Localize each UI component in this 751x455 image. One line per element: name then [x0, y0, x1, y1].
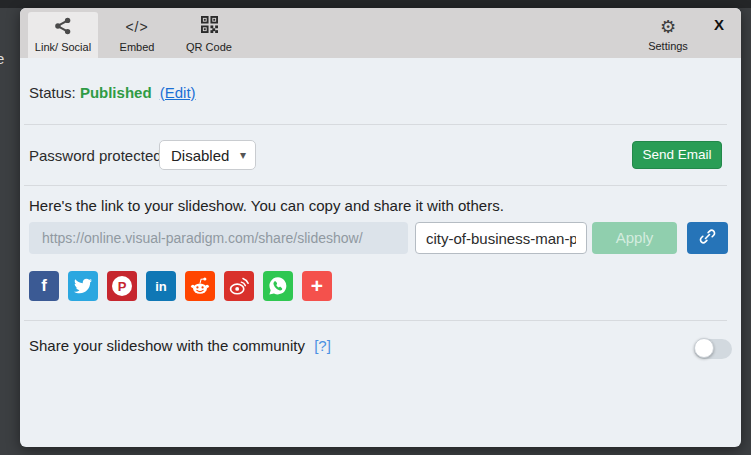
- community-share-label: Share your slideshow with the community: [29, 337, 305, 354]
- send-email-button[interactable]: Send Email: [632, 141, 722, 169]
- backdrop-top-band: [0, 0, 751, 8]
- settings-label: Settings: [636, 39, 700, 53]
- apply-button[interactable]: Apply: [592, 222, 677, 254]
- pinterest-share-icon[interactable]: P: [107, 271, 137, 301]
- tab-label: Embed: [106, 40, 168, 54]
- gear-icon: ⚙: [636, 12, 700, 39]
- share-dialog: Link/ Social </> Embed: [20, 8, 741, 447]
- copy-link-button[interactable]: [687, 222, 728, 254]
- share-link-description: Here's the link to your slideshow. You c…: [29, 197, 504, 214]
- base-url-field: https://online.visual-paradigm.com/share…: [29, 222, 408, 254]
- tab-label: QR Code: [172, 40, 246, 54]
- code-icon: </>: [106, 12, 168, 40]
- password-protected-dropdown[interactable]: Disabled ▾: [159, 140, 256, 170]
- reddit-share-icon[interactable]: [185, 271, 215, 301]
- qr-code-icon: [172, 12, 246, 40]
- linkedin-share-icon[interactable]: in: [146, 271, 176, 301]
- password-protected-label: Password protected:: [29, 147, 166, 164]
- settings-button[interactable]: ⚙ Settings: [636, 12, 700, 58]
- divider: [24, 320, 727, 321]
- chevron-down-icon: ▾: [240, 148, 246, 162]
- tab-embed[interactable]: </> Embed: [106, 12, 168, 58]
- dialog-header: Link/ Social </> Embed: [20, 8, 741, 58]
- help-link[interactable]: [?]: [314, 337, 331, 354]
- status-row: Status: Published (Edit): [29, 84, 196, 101]
- community-share-row: Share your slideshow with the community …: [29, 337, 331, 354]
- tab-link-social[interactable]: Link/ Social: [28, 12, 98, 58]
- share-icon: [28, 12, 98, 40]
- whatsapp-share-icon[interactable]: [263, 271, 293, 301]
- edit-status-link[interactable]: (Edit): [160, 84, 196, 101]
- weibo-share-icon[interactable]: [224, 271, 254, 301]
- more-share-options-icon[interactable]: +: [302, 271, 332, 301]
- twitter-share-icon[interactable]: [68, 271, 98, 301]
- status-value: Published: [80, 84, 152, 101]
- toggle-knob: [694, 338, 714, 358]
- close-button[interactable]: X: [708, 15, 730, 35]
- status-label: Status:: [29, 84, 76, 101]
- chain-link-icon: [698, 227, 717, 250]
- background-text-fragment: e: [0, 50, 4, 67]
- slug-input[interactable]: [415, 222, 587, 254]
- community-share-toggle[interactable]: [694, 339, 732, 359]
- dropdown-selected-value: Disabled: [171, 147, 229, 164]
- tab-label: Link/ Social: [28, 40, 98, 54]
- divider: [24, 124, 727, 125]
- divider: [24, 185, 727, 186]
- facebook-share-icon[interactable]: f: [29, 271, 59, 301]
- tab-qr-code[interactable]: QR Code: [172, 12, 246, 58]
